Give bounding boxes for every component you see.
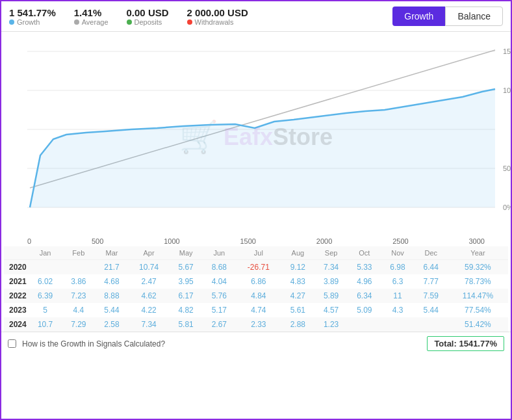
table-cell: 5.76: [203, 289, 236, 303]
col-nov: Nov: [381, 246, 414, 260]
table-cell: -26.71: [236, 260, 281, 275]
table-cell: 4.57: [314, 303, 348, 317]
x-label-1000: 1000: [164, 237, 179, 245]
col-dec: Dec: [415, 246, 448, 260]
table-cell: 3.86: [62, 274, 95, 289]
table-cell: 2.47: [129, 274, 170, 289]
table-cell: 10.7: [29, 317, 62, 332]
table-cell: [415, 317, 448, 332]
table-row: 202410.77.292.587.345.812.672.332.881.23…: [4, 317, 508, 332]
table-cell: 1.23: [314, 317, 348, 332]
table-cell: 4.22: [129, 303, 170, 317]
table-cell: 77.54%: [448, 303, 508, 317]
table-cell: 4.4: [62, 303, 95, 317]
growth-dot: [9, 20, 14, 25]
svg-marker-9: [30, 89, 495, 207]
stat-average: 1.41% Average: [74, 7, 109, 26]
table-cell: 2.88: [281, 317, 314, 332]
col-year: [4, 246, 29, 260]
footer-question: How is the Growth in Signals Calculated?: [8, 339, 165, 348]
average-value: 1.41%: [74, 7, 109, 18]
table-cell: 114.47%: [448, 289, 508, 303]
deposits-dot: [127, 20, 132, 25]
deposits-value: 0.00 USD: [127, 7, 169, 18]
question-text: How is the Growth in Signals Calculated?: [22, 339, 165, 348]
cell-year-2023: 2023: [4, 303, 29, 317]
table-cell: [348, 317, 381, 332]
table-row: 20226.397.238.884.626.175.764.844.275.89…: [4, 289, 508, 303]
footer: How is the Growth in Signals Calculated?…: [1, 332, 511, 355]
table-cell: 8.88: [95, 289, 128, 303]
table-cell: 5.81: [170, 317, 203, 332]
table-cell: 5.61: [281, 303, 314, 317]
table-cell: 4.82: [170, 303, 203, 317]
svg-text:1500%: 1500%: [503, 47, 512, 55]
table-cell: 6.86: [236, 274, 281, 289]
table-cell: 5.09: [348, 303, 381, 317]
table-row: 202021.710.745.678.68-26.719.127.345.336…: [4, 260, 508, 275]
table-cell: 21.7: [95, 260, 128, 275]
table-cell: 7.59: [415, 289, 448, 303]
table-cell: 5: [29, 303, 62, 317]
table-cell: 6.3: [381, 274, 414, 289]
table-header-row: Jan Feb Mar Apr May Jun Jul Aug Sep Oct …: [4, 246, 508, 260]
header: 1 541.77% Growth 1.41% Average 0.00 USD …: [1, 1, 511, 32]
col-sep: Sep: [314, 246, 348, 260]
table-cell: [62, 260, 95, 275]
table-cell: 51.42%: [448, 317, 508, 332]
col-jan: Jan: [29, 246, 62, 260]
table-cell: 3.89: [314, 274, 348, 289]
col-aug: Aug: [281, 246, 314, 260]
average-dot: [74, 20, 79, 25]
col-year-total: Year: [448, 246, 508, 260]
table-cell: 6.17: [170, 289, 203, 303]
table-cell: 4.84: [236, 289, 281, 303]
table-cell: 6.44: [415, 260, 448, 275]
table-cell: 7.77: [415, 274, 448, 289]
table-cell: 6.34: [348, 289, 381, 303]
stat-withdrawals: 2 000.00 USD Withdrawals: [187, 7, 248, 26]
view-toggle: Growth Balance: [392, 7, 503, 26]
table-cell: 4.68: [95, 274, 128, 289]
total-display: Total: 1541.77%: [427, 336, 504, 351]
x-axis: 0 500 1000 1500 2000 2500 3000: [1, 236, 511, 246]
cell-year-2021: 2021: [4, 274, 29, 289]
table-cell: 5.17: [203, 303, 236, 317]
cell-year-2020: 2020: [4, 260, 29, 275]
table-cell: 4.04: [203, 274, 236, 289]
table-cell: 11: [381, 289, 414, 303]
withdrawals-dot: [187, 20, 192, 25]
data-table: Jan Feb Mar Apr May Jun Jul Aug Sep Oct …: [4, 246, 508, 332]
table-cell: [381, 317, 414, 332]
table-cell: 2.33: [236, 317, 281, 332]
chart-container: 🛒 EafxStore 1500% 1000% 500% 0%: [1, 32, 511, 246]
table-cell: 5.44: [95, 303, 128, 317]
x-label-500: 500: [92, 237, 103, 245]
table-cell: 4.96: [348, 274, 381, 289]
chart-svg-wrapper: 🛒 EafxStore 1500% 1000% 500% 0%: [1, 38, 511, 236]
col-mar: Mar: [95, 246, 128, 260]
table-cell: 78.73%: [448, 274, 508, 289]
table-body: 202021.710.745.678.68-26.719.127.345.336…: [4, 260, 508, 332]
table-cell: 4.27: [281, 289, 314, 303]
svg-text:0%: 0%: [503, 203, 512, 211]
table-cell: 4.62: [129, 289, 170, 303]
stat-growth: 1 541.77% Growth: [9, 7, 56, 26]
balance-button[interactable]: Balance: [445, 7, 503, 26]
question-checkbox[interactable]: [8, 339, 16, 348]
growth-value: 1 541.77%: [9, 7, 56, 18]
table-cell: [29, 260, 62, 275]
table-cell: 6.98: [381, 260, 414, 275]
table-cell: 2.67: [203, 317, 236, 332]
table-cell: 10.74: [129, 260, 170, 275]
withdrawals-value: 2 000.00 USD: [187, 7, 248, 18]
col-jul: Jul: [236, 246, 281, 260]
total-value: 1541.77%: [459, 339, 497, 348]
withdrawals-label: Withdrawals: [187, 18, 248, 26]
col-apr: Apr: [129, 246, 170, 260]
svg-text:500%: 500%: [503, 164, 512, 172]
growth-button[interactable]: Growth: [392, 7, 445, 26]
table-cell: 8.68: [203, 260, 236, 275]
table-cell: 4.74: [236, 303, 281, 317]
total-label: Total:: [434, 339, 456, 348]
